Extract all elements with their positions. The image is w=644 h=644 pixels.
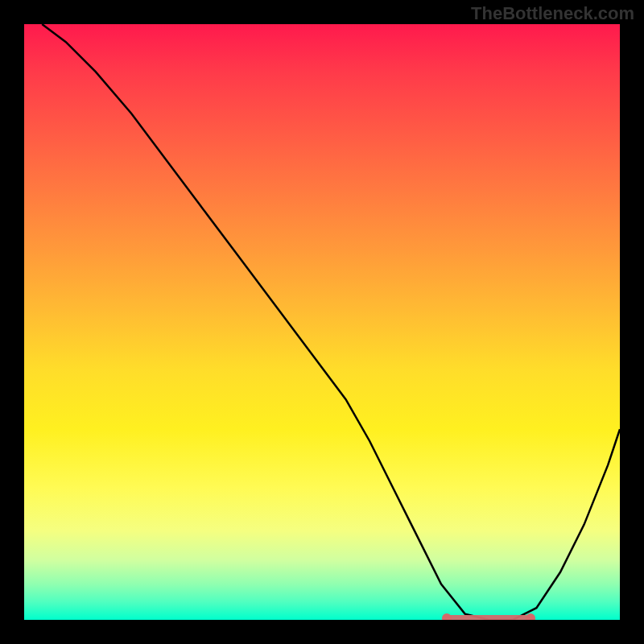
optimal-range-start-dot bbox=[442, 613, 452, 620]
chart-plot-area bbox=[24, 24, 620, 620]
optimal-range-end-dot bbox=[526, 613, 535, 620]
optimal-range-band bbox=[447, 615, 530, 620]
bottleneck-curve bbox=[24, 24, 620, 620]
watermark-text: TheBottleneck.com bbox=[471, 3, 634, 24]
